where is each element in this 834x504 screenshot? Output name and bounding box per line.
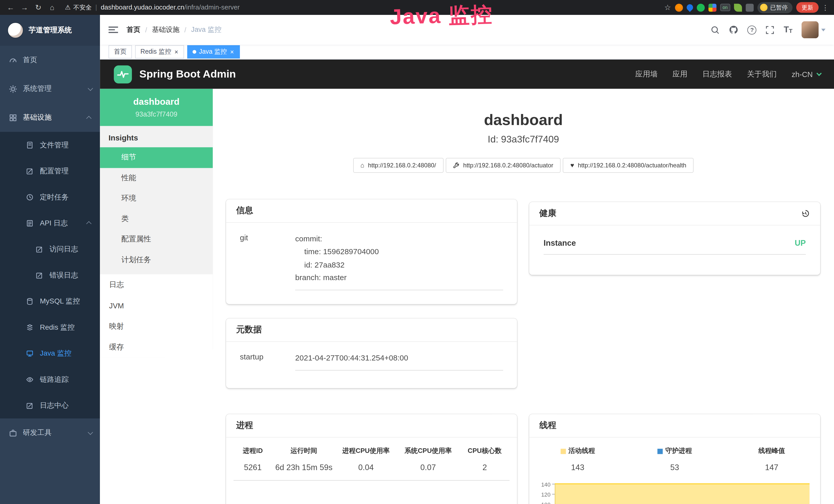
extension-icon-grid[interactable] <box>708 3 716 11</box>
live-threads-area-series <box>555 483 810 504</box>
sidebar-item-home[interactable]: 首页 <box>0 46 100 74</box>
sidebar-item-tracing[interactable]: 链路追踪 <box>0 366 100 392</box>
sba-instance-block[interactable]: dashboard 93a3fc7f7409 <box>100 89 213 126</box>
sidebar-item-java-monitor[interactable]: Java 监控 <box>0 340 100 366</box>
info-card-title: 信息 <box>236 205 253 216</box>
extension-icon-drop[interactable] <box>685 3 694 12</box>
sba-item-classes[interactable]: 类 <box>100 209 213 229</box>
chart-y-axis: 140 120 100 <box>529 479 554 504</box>
sba-nav-journal[interactable]: 日志报表 <box>702 69 732 79</box>
sidebar-item-scheduled-jobs[interactable]: 定时任务 <box>0 184 100 210</box>
address-bar[interactable]: ⚠ 不安全 | dashboard.yudao.iocoder.cn/infra… <box>65 3 663 11</box>
info-key: git <box>240 232 295 291</box>
help-icon[interactable]: ? <box>747 25 756 34</box>
browser-forward-button[interactable]: → <box>18 2 31 13</box>
infrastructure-icon <box>8 113 17 121</box>
site-security-chip[interactable]: ⚠ 不安全 <box>65 3 92 11</box>
sba-locale-select[interactable]: zh-CN <box>792 70 820 78</box>
sidebar-item-api-logs[interactable]: API 日志 <box>0 210 100 236</box>
close-icon[interactable]: × <box>174 48 179 55</box>
sidebar-item-redis-monitor[interactable]: Redis 监控 <box>0 314 100 340</box>
sba-item-metrics[interactable]: 性能 <box>100 168 213 188</box>
legend-live-threads: 活动线程 143 <box>529 446 626 472</box>
browser-update-button[interactable]: 更新 <box>796 2 818 13</box>
sidebar-item-log-center[interactable]: 日志中心 <box>0 392 100 418</box>
extension-icon-green[interactable] <box>697 3 705 11</box>
extension-icon-leaf[interactable] <box>734 3 742 11</box>
process-col-pid: 进程ID 5261 <box>234 446 272 472</box>
sba-item-environment[interactable]: 环境 <box>100 188 213 209</box>
sidebar-item-file-mgmt[interactable]: 文件管理 <box>0 132 100 158</box>
breadcrumb: 首页 / 基础设施 / Java 监控 <box>127 25 221 35</box>
chevron-down-icon <box>88 86 93 91</box>
metadata-value: 2021-04-27T00:44:31.254+08:00 <box>295 351 503 371</box>
sidebar-item-system-mgmt[interactable]: 系统管理 <box>0 74 100 103</box>
process-col-label: 系统CPU使用率 <box>396 446 460 456</box>
user-avatar-menu[interactable] <box>802 21 826 38</box>
browser-back-button[interactable]: ← <box>4 2 17 13</box>
page-url[interactable]: dashboard.yudao.iocoder.cn/infra/admin-s… <box>101 4 240 11</box>
legend-daemon-threads: 守护进程 53 <box>626 446 723 472</box>
health-row-instance[interactable]: Instance UP <box>544 238 806 255</box>
github-icon[interactable] <box>729 25 739 35</box>
sba-item-caches[interactable]: 缓存 <box>100 337 213 358</box>
url-path: /infra/admin-server <box>184 4 240 11</box>
breadcrumb-separator: / <box>145 26 147 33</box>
sba-nav-wallboard[interactable]: 应用墙 <box>635 69 658 79</box>
sidebar-item-config-mgmt[interactable]: 配置管理 <box>0 158 100 184</box>
sba-item-scheduled-tasks[interactable]: 计划任务 <box>100 250 213 270</box>
hamburger-icon[interactable] <box>108 26 118 33</box>
search-icon[interactable] <box>711 25 720 34</box>
sidebar-item-label: Redis 监控 <box>40 322 74 332</box>
app-logo-row[interactable]: 芋道管理系统 <box>0 15 100 46</box>
sidebar-item-infrastructure[interactable]: 基础设施 <box>0 103 100 132</box>
app-title: 芋道管理系统 <box>29 25 72 35</box>
breadcrumb-infrastructure[interactable]: 基础设施 <box>152 25 179 35</box>
sba-item-config-props[interactable]: 配置属性 <box>100 229 213 250</box>
sba-brand-title[interactable]: Spring Boot Admin <box>139 68 236 81</box>
health-url-link[interactable]: ♥ http://192.168.0.2:48080/actuator/heal… <box>563 158 694 173</box>
spring-boot-admin-logo[interactable] <box>114 65 132 83</box>
extensions-puzzle-icon[interactable] <box>746 3 753 11</box>
sidebar-item-label: 基础设施 <box>23 113 52 122</box>
legend-value: 53 <box>626 463 723 472</box>
sba-item-details[interactable]: 细节 <box>100 147 213 168</box>
sidebar-item-error-logs[interactable]: 错误日志 <box>0 262 100 288</box>
chevron-down-icon <box>816 71 822 76</box>
font-size-large: T <box>784 25 789 34</box>
extension-icon-fox[interactable] <box>675 3 683 11</box>
service-url-link[interactable]: ⌂ http://192.168.0.2:48080/ <box>353 158 443 173</box>
browser-reload-button[interactable]: ↻ <box>32 2 45 13</box>
admin-menu: 首页 系统管理 基础设施 文件管理 <box>0 46 100 447</box>
gear-icon <box>8 85 17 93</box>
browser-home-button[interactable]: ⌂ <box>46 2 59 13</box>
breadcrumb-home[interactable]: 首页 <box>127 25 140 35</box>
font-size-icon[interactable]: TT <box>784 25 792 34</box>
tab-home[interactable]: 首页 <box>108 45 132 59</box>
browser-menu-kebab-icon[interactable]: ⋮ <box>821 3 830 11</box>
actuator-url-link[interactable]: http://192.168.0.2:48080/actuator <box>446 158 561 173</box>
process-col-value: 6d 23h 15m 59s <box>272 463 336 472</box>
sidebar-item-mysql-monitor[interactable]: MySQL 监控 <box>0 288 100 314</box>
close-icon[interactable]: × <box>229 48 235 55</box>
sba-nav-applications[interactable]: 应用 <box>673 69 687 79</box>
breadcrumb-current: Java 监控 <box>191 25 221 35</box>
sba-item-logs[interactable]: 日志 <box>100 274 213 295</box>
sba-nav-about[interactable]: 关于我们 <box>747 69 777 79</box>
process-col-cpu-cores: CPU核心数 2 <box>460 446 509 472</box>
health-card-title: 健康 <box>540 208 556 219</box>
extension-on-badge[interactable]: on <box>720 4 730 11</box>
tab-label: Redis 监控 <box>140 47 171 56</box>
sba-item-mappings[interactable]: 映射 <box>100 316 213 337</box>
sidebar-item-access-logs[interactable]: 访问日志 <box>0 236 100 262</box>
history-icon[interactable] <box>801 209 810 218</box>
tab-java-monitor[interactable]: Java 监控 × <box>187 45 240 59</box>
bookmark-star-icon[interactable]: ☆ <box>664 3 671 12</box>
tab-redis-monitor[interactable]: Redis 监控 × <box>135 45 184 59</box>
info-line: branch: master <box>295 271 503 284</box>
fullscreen-icon[interactable] <box>766 25 775 34</box>
profile-paused-chip[interactable]: 已暂停 <box>758 2 793 13</box>
sidebar-item-dev-tools[interactable]: 研发工具 <box>0 418 100 447</box>
sba-item-jvm[interactable]: JVM <box>100 295 213 316</box>
font-size-small: T <box>789 28 793 34</box>
